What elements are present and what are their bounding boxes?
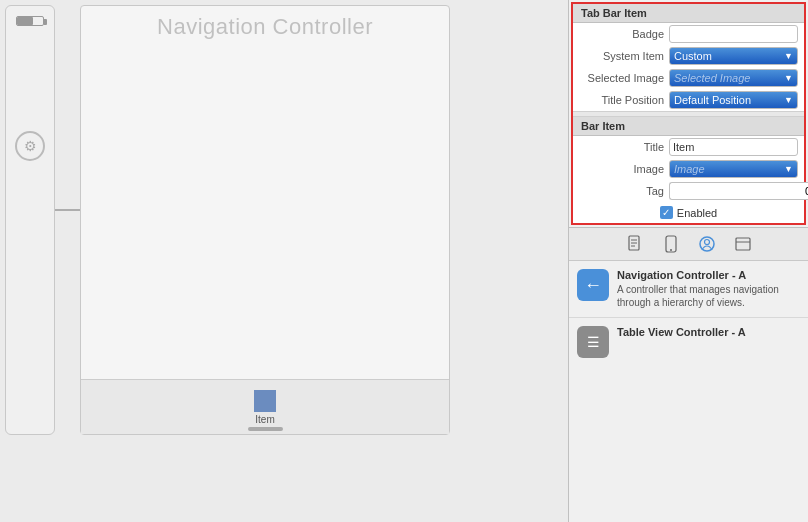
circle-tab-icon[interactable] — [697, 234, 717, 254]
image-label: Image — [579, 163, 669, 175]
selected-image-row: Selected Image Selected Image ▼ — [573, 67, 804, 89]
tag-label: Tag — [579, 185, 669, 197]
tab-indicator — [248, 427, 283, 431]
bar-title-label: Title — [579, 141, 669, 153]
table-controller-info-title: Table View Controller - A — [617, 326, 800, 338]
tab-item-label: Item — [255, 414, 274, 425]
tag-input[interactable] — [669, 182, 808, 200]
nav-controller-info-card: ← Navigation Controller - A A controller… — [569, 261, 808, 318]
dropdown-arrow-icon: ▼ — [784, 51, 793, 61]
enabled-checkbox[interactable]: ✓ — [660, 206, 673, 219]
title-position-control: Default Position ▼ — [669, 91, 798, 109]
tag-row: Tag ▾ — [573, 180, 804, 202]
selected-image-placeholder: Selected Image — [674, 72, 784, 84]
gear-icon: ⚙ — [15, 131, 45, 161]
canvas-area: ⚙ Navigation Controller Item — [0, 0, 568, 522]
bar-title-control — [669, 138, 798, 156]
badge-row: Badge — [573, 23, 804, 45]
tab-icon — [254, 390, 276, 412]
phone-tab-icon[interactable] — [661, 234, 681, 254]
tab-bar-item-header: Tab Bar Item — [573, 4, 804, 23]
svg-rect-9 — [736, 238, 750, 250]
attributes-inspector: Tab Bar Item Badge System Item Custom ▼ … — [571, 2, 806, 225]
badge-label: Badge — [579, 28, 669, 40]
title-position-row: Title Position Default Position ▼ — [573, 89, 804, 111]
nav-controller-info-title: Navigation Controller - A — [617, 269, 800, 281]
badge-input[interactable] — [669, 25, 798, 43]
iphone-frame: ⚙ — [5, 5, 55, 435]
system-item-label: System Item — [579, 50, 669, 62]
selected-image-label: Selected Image — [579, 72, 669, 84]
image-control: Image ▼ — [669, 160, 798, 178]
file-tab-icon[interactable] — [625, 234, 645, 254]
battery-indicator — [16, 16, 44, 26]
rect-tab-icon[interactable] — [733, 234, 753, 254]
selected-image-dropdown[interactable]: Selected Image ▼ — [669, 69, 798, 87]
system-item-dropdown[interactable]: Custom ▼ — [669, 47, 798, 65]
enabled-row: ✓ Enabled — [573, 202, 804, 223]
svg-point-8 — [704, 240, 709, 245]
inspector-tabs — [569, 228, 808, 261]
selected-image-control: Selected Image ▼ — [669, 69, 798, 87]
svg-point-6 — [670, 249, 672, 251]
bar-item-header: Bar Item — [573, 117, 804, 136]
table-controller-icon: ☰ — [577, 326, 609, 358]
enabled-label: Enabled — [677, 207, 717, 219]
title-position-dropdown[interactable]: Default Position ▼ — [669, 91, 798, 109]
system-item-control: Custom ▼ — [669, 47, 798, 65]
image-row: Image Image ▼ — [573, 158, 804, 180]
image-placeholder: Image — [674, 163, 784, 175]
system-item-value: Custom — [674, 50, 784, 62]
nav-controller-info-desc: A controller that manages navigation thr… — [617, 283, 800, 309]
dropdown-arrow-icon3: ▼ — [784, 95, 793, 105]
bar-title-row: Title — [573, 136, 804, 158]
nav-controller-title: Navigation Controller — [81, 6, 449, 40]
right-panel: Tab Bar Item Badge System Item Custom ▼ … — [568, 0, 808, 522]
tab-bar: Item — [81, 379, 449, 434]
bar-title-input[interactable] — [669, 138, 798, 156]
title-position-label: Title Position — [579, 94, 669, 106]
nav-controller-card: Navigation Controller Item — [80, 5, 450, 435]
nav-controller-info-text: Navigation Controller - A A controller t… — [617, 269, 800, 309]
dropdown-arrow-icon4: ▼ — [784, 164, 793, 174]
system-item-row: System Item Custom ▼ — [573, 45, 804, 67]
dropdown-arrow-icon2: ▼ — [784, 73, 793, 83]
table-controller-info-text: Table View Controller - A — [617, 326, 800, 358]
table-controller-info-card: ☰ Table View Controller - A — [569, 318, 808, 366]
tag-control: ▾ — [669, 182, 808, 200]
badge-control — [669, 25, 798, 43]
nav-controller-icon: ← — [577, 269, 609, 301]
image-dropdown[interactable]: Image ▼ — [669, 160, 798, 178]
title-position-value: Default Position — [674, 94, 784, 106]
bottom-panel: ← Navigation Controller - A A controller… — [569, 227, 808, 522]
